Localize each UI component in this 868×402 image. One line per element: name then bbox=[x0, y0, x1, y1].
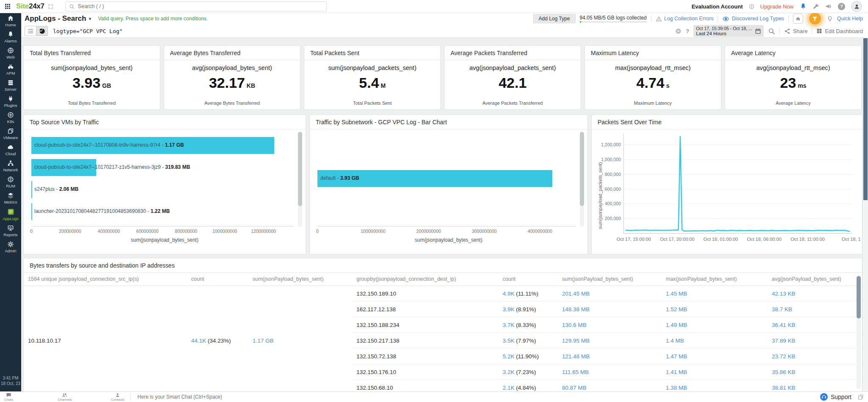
max-link[interactable]: 1.38 MB bbox=[666, 385, 687, 391]
contacts-button[interactable]: Contacts bbox=[111, 392, 125, 402]
dashboard-home-icon[interactable] bbox=[793, 14, 803, 24]
count-link[interactable]: 3.5K bbox=[503, 338, 515, 344]
share-button[interactable]: Share bbox=[784, 28, 808, 34]
collapse-expand-icon[interactable] bbox=[48, 4, 53, 9]
list-view-icon[interactable] bbox=[25, 26, 36, 36]
table-header[interactable]: 1584 unique jsonpayload_connection_src_i… bbox=[24, 273, 187, 286]
sum-link[interactable]: 111.65 MB bbox=[562, 369, 589, 375]
global-search-input[interactable] bbox=[77, 3, 326, 10]
max-link[interactable]: 1.45 MB bbox=[666, 290, 687, 297]
query-input[interactable]: logtype="GCP VPC Log" bbox=[53, 28, 675, 34]
dest-sum: 121.48 MB bbox=[558, 349, 662, 364]
feedback-forms-icon[interactable] bbox=[857, 394, 864, 400]
chart-scrollbar[interactable] bbox=[298, 132, 302, 227]
sum-link[interactable]: 129.95 MB bbox=[562, 338, 590, 344]
info-icon[interactable] bbox=[749, 4, 754, 9]
support-button[interactable]: Support bbox=[820, 393, 851, 401]
query-help-icon[interactable]: ? bbox=[686, 28, 689, 34]
max-link[interactable]: 1.4 MB bbox=[666, 338, 684, 344]
bar-label: cloud-pubsub-to-site24x7--10170217-z1v5-… bbox=[34, 164, 190, 170]
table-header[interactable]: count bbox=[498, 273, 558, 286]
table-header[interactable]: sum(jsonPayload_bytes_sent) bbox=[558, 273, 662, 286]
chats-button[interactable]: Chats bbox=[4, 392, 13, 402]
clear-query-icon[interactable] bbox=[675, 28, 682, 34]
sidebar-item-apm[interactable]: APM bbox=[0, 61, 21, 77]
avg-link[interactable]: 42.13 KB bbox=[772, 290, 796, 297]
table-header[interactable]: count bbox=[187, 273, 248, 286]
count-link[interactable]: 5.2K bbox=[503, 353, 515, 360]
max-link[interactable]: 1.49 MB bbox=[666, 322, 687, 328]
announcements-icon[interactable] bbox=[825, 3, 832, 10]
avatar[interactable] bbox=[851, 1, 862, 12]
sidebar-item-network[interactable]: Network bbox=[0, 158, 21, 174]
sidebar-item-web[interactable]: Web bbox=[0, 45, 21, 61]
stat-card-2: Total Packets Sentsum(jsonpayload_packet… bbox=[304, 45, 441, 110]
search-run-icon[interactable] bbox=[768, 28, 775, 35]
page-scrollbar[interactable] bbox=[862, 37, 868, 402]
count-link[interactable]: 2.1K bbox=[503, 385, 515, 391]
dest-avg: 38.81 KB bbox=[768, 380, 862, 393]
log-collection-errors-link[interactable]: Log Collection Errors bbox=[656, 16, 714, 22]
table-scrollbar[interactable] bbox=[857, 275, 861, 389]
notifications-icon[interactable] bbox=[800, 3, 807, 10]
table-header[interactable]: sum(jsonPayload_bytes_sent) bbox=[248, 273, 352, 286]
sidebar-item-rum[interactable]: RUM bbox=[0, 174, 21, 190]
add-log-type-button[interactable]: Add Log Type bbox=[533, 14, 576, 23]
avg-link[interactable]: 36.41 KB bbox=[772, 322, 796, 328]
sidebar-item-server[interactable]: Server bbox=[0, 77, 21, 93]
discovered-log-types-link[interactable]: Discovered Log Types bbox=[722, 15, 784, 22]
sidebar-item-plugins[interactable]: Plugins bbox=[0, 93, 21, 109]
chart-title: Packets Sent Over Time bbox=[592, 115, 862, 129]
sidebar-item-admin[interactable]: Admin bbox=[0, 239, 21, 255]
avg-link[interactable]: 35.86 KB bbox=[772, 369, 796, 375]
table-header[interactable]: groupby(jsonpayload_connection_dest_ip) bbox=[352, 273, 498, 286]
sum-link[interactable]: 130.6 MB bbox=[562, 322, 587, 328]
smart-chat-input[interactable] bbox=[136, 394, 820, 400]
table-header[interactable]: avg(jsonPayload_bytes_sent) bbox=[768, 273, 862, 286]
count-link[interactable]: 3.9K bbox=[503, 306, 515, 313]
src-sum-link[interactable]: 1.17 GB bbox=[253, 338, 274, 344]
sidebar-item-applogs[interactable]: AppLogs bbox=[0, 206, 21, 223]
stat-formula: sum(jsonpayload_bytes_sent) bbox=[24, 64, 160, 71]
sidebar-item-home[interactable]: Home bbox=[0, 13, 21, 29]
site24x7-logo[interactable]: Site24x7 bbox=[16, 2, 45, 11]
sum-link[interactable]: 80.87 MB bbox=[562, 385, 587, 391]
upgrade-now-link[interactable]: Upgrade Now bbox=[760, 3, 794, 10]
sidebar-item-vmware[interactable]: VMware bbox=[0, 126, 21, 142]
guided-tour-icon[interactable] bbox=[809, 13, 821, 25]
sum-link[interactable]: 148.38 MB bbox=[562, 306, 590, 313]
sidebar-item-alarms[interactable]: Alarms bbox=[0, 29, 21, 45]
table-header[interactable]: max(jsonPayload_bytes_sent) bbox=[662, 273, 768, 286]
chevron-down-icon[interactable]: ▼ bbox=[88, 17, 92, 21]
max-link[interactable]: 1.41 MB bbox=[666, 369, 687, 375]
stat-card-3: Average Packets Transferredavg(jsonpaylo… bbox=[444, 45, 581, 110]
global-search[interactable] bbox=[65, 1, 327, 11]
sidebar-item-reports[interactable]: Reports bbox=[0, 223, 21, 239]
sidebar-item-metrics[interactable]: Metrics bbox=[0, 190, 21, 206]
help-icon[interactable]: ? bbox=[838, 3, 845, 10]
app-grid-icon[interactable] bbox=[4, 3, 11, 10]
chart-view-icon[interactable] bbox=[36, 26, 47, 36]
count-link[interactable]: 4.9K bbox=[503, 290, 515, 297]
chart-scrollbar[interactable] bbox=[580, 132, 584, 227]
channels-button[interactable]: Channels bbox=[58, 392, 72, 402]
avg-link[interactable]: 38.81 KB bbox=[772, 385, 796, 391]
sidebar-item-cloud[interactable]: Cloud bbox=[0, 142, 21, 158]
sidebar-item-k8s[interactable]: K8s bbox=[0, 109, 21, 126]
avg-link[interactable]: 38.7 KB bbox=[772, 306, 792, 313]
sum-link[interactable]: 201.45 MB bbox=[562, 290, 590, 297]
stat-footer: Average Packets Transferred bbox=[445, 100, 581, 106]
max-link[interactable]: 1.47 MB bbox=[666, 353, 687, 360]
count-link[interactable]: 3.2K bbox=[503, 369, 515, 375]
avg-link[interactable]: 23.72 KB bbox=[772, 353, 796, 360]
quick-help-link[interactable]: Quick Help bbox=[837, 16, 863, 22]
count-link[interactable]: 3.7K bbox=[503, 322, 515, 328]
max-link[interactable]: 1.52 MB bbox=[666, 306, 687, 313]
sum-link[interactable]: 121.48 MB bbox=[562, 353, 590, 360]
avg-link[interactable]: 37.89 KB bbox=[772, 338, 796, 344]
edit-dashboard-button[interactable]: Edit Dashboard bbox=[816, 28, 863, 34]
date-range-picker[interactable]: Oct 17, 15:39:05 - Oct 18, ... Last 24 H… bbox=[693, 25, 764, 37]
page-title[interactable]: AppLogs - Search bbox=[25, 14, 86, 23]
tools-icon[interactable] bbox=[812, 3, 819, 10]
src-count-link[interactable]: 44.1K bbox=[191, 338, 206, 344]
